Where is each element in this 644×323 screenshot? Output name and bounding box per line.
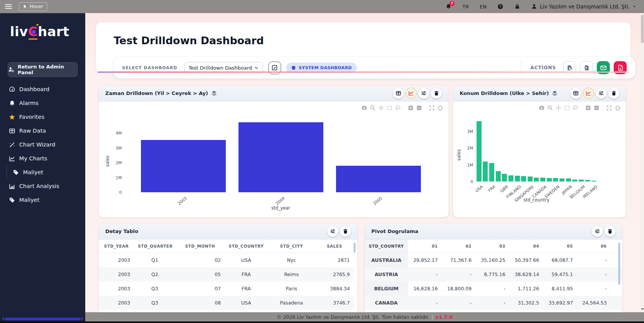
sliders-view-button[interactable] (418, 88, 429, 99)
scroll-down-arrow[interactable] (641, 308, 644, 311)
bar-17[interactable] (585, 180, 590, 181)
table-scrollbar[interactable] (354, 243, 356, 253)
bar-11[interactable] (547, 178, 552, 181)
sidebar-item-chart-wizard[interactable]: Chart Wizard (0, 138, 85, 152)
actions-label: ACTİONS (530, 65, 556, 70)
table-cell: 2871 (315, 253, 354, 268)
bar-GBR[interactable] (502, 174, 507, 181)
lock-button[interactable] (514, 3, 520, 10)
modebar-zoom-in-icon[interactable] (585, 105, 591, 111)
modebar-zoom-in-icon[interactable] (408, 105, 414, 111)
scrollbar-thumb[interactable] (5, 318, 81, 320)
modebar-camera-icon[interactable] (539, 105, 545, 111)
modebar-zoom-out-icon[interactable] (594, 105, 599, 111)
table-row: AUSTRALIA29,852.1771,367.635,160.2550,39… (365, 253, 622, 268)
table-cell: - (408, 267, 442, 281)
language-tr-button[interactable]: TR (462, 4, 469, 10)
sidebar-item-alarms[interactable]: Alarms (0, 96, 85, 110)
sidebar-item-maliyet[interactable]: Maliyet (7, 165, 85, 179)
bar-BELGIUM[interactable] (579, 180, 584, 181)
hover-mode-button[interactable]: Hover (19, 2, 47, 11)
bar-1[interactable] (483, 162, 488, 181)
column-header: 05 (543, 240, 577, 253)
modebar-pan-icon[interactable] (556, 105, 561, 111)
language-en-button[interactable]: EN (480, 4, 487, 10)
x-axis-tick: 2004 (275, 196, 285, 206)
table-row: BELGIUM16,628.1618,800.09-1,711.268,411.… (365, 281, 622, 296)
modebar-lasso-icon[interactable] (395, 105, 401, 111)
line-chart-view-button[interactable] (406, 88, 417, 99)
sidebar-item-my-charts[interactable]: My Charts (0, 152, 85, 165)
bar-SWEDEN[interactable] (553, 178, 558, 181)
sidebar-item-label: Dashboard (19, 86, 50, 92)
detail-table-card: Detay Tablo STD_YEARSTD_QUARTERSTD_MONTH… (99, 223, 358, 312)
sidebar-item-label: My Charts (19, 155, 47, 162)
scrollbar-thumb[interactable] (641, 15, 644, 43)
bar-FRA[interactable] (489, 163, 494, 181)
modebar-autoscale-icon[interactable] (429, 105, 435, 111)
trash-view-button[interactable] (608, 88, 619, 99)
x-axis-tick: USA (474, 184, 483, 193)
bar-USA[interactable] (477, 121, 482, 181)
trash-view-button[interactable] (431, 88, 442, 99)
sliders-button[interactable] (327, 226, 338, 237)
bar-2004[interactable] (238, 122, 323, 192)
sidebar-item-maliyet[interactable]: Maliyet (0, 193, 85, 207)
column-header: STD_MONTH (175, 240, 225, 253)
bar-JAPAN[interactable] (566, 178, 571, 181)
modebar-lasso-icon[interactable] (573, 105, 578, 111)
trash-button[interactable] (604, 226, 616, 237)
bar-7[interactable] (521, 176, 526, 181)
table-view-button[interactable] (570, 88, 581, 99)
sliders-button[interactable] (592, 226, 603, 237)
bar-2005[interactable] (336, 166, 421, 192)
trash-button[interactable] (340, 226, 351, 237)
hover-label: Hover (30, 4, 43, 9)
bar-CANADA[interactable] (540, 178, 545, 181)
bar-5[interactable] (508, 175, 513, 181)
main-vertical-scrollbar[interactable] (641, 13, 644, 312)
table-view-button[interactable] (393, 88, 404, 99)
sliders-view-button[interactable] (596, 88, 607, 99)
main-content: Test Drilldown Dashboard SELECT DASHBOAR… (85, 13, 644, 312)
user-menu[interactable]: Liv Yazılım ve Danışmanlık Ltd. Şti. (531, 3, 636, 10)
table-cell: Nyc (268, 253, 315, 268)
sidebar-horizontal-scrollbar[interactable] (1, 317, 84, 320)
help-button[interactable]: ? (497, 3, 503, 10)
table-cell: 59,475.1 (543, 267, 577, 281)
line-chart-view-button[interactable] (583, 88, 594, 99)
modebar-box-select-icon[interactable] (564, 105, 570, 111)
select-dashboard-label: SELECT DASHBOARD (122, 65, 177, 70)
sidebar-item-chart-analysis[interactable]: Chart Analysis (0, 179, 85, 193)
bar-SINGAPORE[interactable] (528, 176, 533, 181)
modebar-zoom-icon[interactable] (547, 105, 553, 111)
scroll-right-arrow[interactable] (81, 317, 84, 320)
modebar-zoom-icon[interactable] (370, 105, 376, 111)
hamburger-menu-icon[interactable] (5, 3, 12, 10)
sidebar-item-favorites[interactable]: Favorites (0, 110, 85, 124)
modebar-pan-icon[interactable] (378, 105, 384, 111)
bar-9[interactable] (534, 178, 539, 181)
table-cell: 68,087.7 (543, 253, 577, 268)
modebar-zoom-out-icon[interactable] (416, 105, 422, 111)
bar-15[interactable] (572, 180, 577, 181)
bar-13[interactable] (560, 178, 565, 181)
bar-IRELAND[interactable] (591, 181, 596, 181)
sidebar-item-dashboard[interactable]: Dashboard (0, 82, 85, 96)
sidebar-item-raw-data[interactable]: Raw Data (0, 124, 85, 138)
modebar-autoscale-icon[interactable] (606, 105, 612, 111)
notifications-button[interactable]: 7 (445, 3, 452, 10)
modebar-home-icon[interactable] (615, 105, 621, 111)
column-header: STD_YEAR (99, 240, 134, 253)
bar-3[interactable] (496, 171, 501, 181)
modebar-camera-icon[interactable] (361, 105, 367, 111)
modebar-home-icon[interactable] (437, 105, 443, 111)
modebar-box-select-icon[interactable] (387, 105, 392, 111)
bar-FINLAND[interactable] (515, 176, 520, 181)
table-cell: Q3 (134, 296, 175, 310)
table-icon (9, 128, 15, 134)
table-scrollbar[interactable] (618, 243, 620, 285)
scroll-left-arrow[interactable] (1, 317, 4, 320)
return-to-admin-panel-button[interactable]: Return to Admin Panel (8, 62, 78, 77)
bar-2003[interactable] (141, 140, 226, 192)
